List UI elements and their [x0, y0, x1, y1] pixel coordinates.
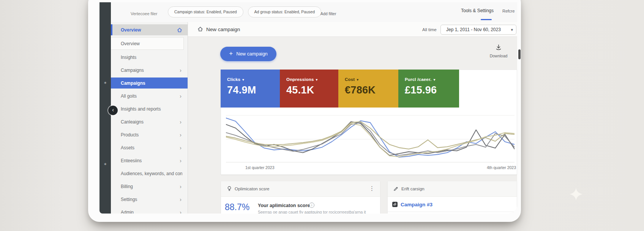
divider	[388, 212, 517, 212]
filter-chips: Campaign status: Enabled, PausedAd group…	[168, 6, 321, 17]
x-axis-label-end: 4th quarter 2023	[487, 165, 516, 170]
metric-card-clicks[interactable]: Clicks▾74.9M	[221, 70, 280, 108]
sidebar-item-label: Audiences, keywords, and contor	[121, 171, 182, 176]
sidebar-item-label: Overview	[121, 41, 178, 46]
sidebar-item-label: Overview	[121, 27, 177, 33]
info-icon[interactable]: i	[309, 203, 314, 208]
chevron-right-icon: ›	[180, 93, 182, 99]
sidebar-item-admin[interactable]: Admin›	[111, 207, 188, 214]
top-filter-bar: Vertecoee filer Campaign status: Enabled…	[111, 2, 517, 22]
sidebar-item-label: Admin	[121, 210, 180, 214]
draft-card-header: Erift carsign	[388, 181, 517, 197]
sidebar-item-settings[interactable]: Settings›	[111, 194, 188, 205]
sidebar-item-enteesiins[interactable]: Enteesiins›	[111, 155, 188, 166]
chevron-right-icon: ›	[180, 119, 182, 125]
sidebar-item-label: Insights	[121, 55, 182, 60]
performance-line-chart	[226, 112, 515, 163]
draft-card-title: Erift carsign	[401, 187, 425, 191]
app-window: ∗ ∗ Vertecoee filer Campaign status: Ena…	[88, 0, 521, 222]
metric-label[interactable]: Cost▾	[345, 77, 398, 82]
scrollbar-thumb[interactable]	[518, 49, 521, 59]
new-campaign-button[interactable]: + New campaign	[220, 47, 276, 61]
optimization-score-heading: Your aplimicaton score	[258, 203, 310, 208]
desktop-background: ∗ ∗ Vertecoee filer Campaign status: Ena…	[0, 0, 644, 231]
rail-icon[interactable]: ∗	[99, 81, 111, 85]
page-header: New campaign All time Jep 1, 2011 - Nov …	[188, 22, 517, 37]
add-filter-button[interactable]: Add filter	[320, 11, 336, 16]
sidebar-item-assets[interactable]: Assets›	[111, 142, 188, 153]
page-title: New campaign	[206, 27, 240, 32]
sidebar-item-canleaigns[interactable]: Canleaigns›	[111, 116, 188, 127]
metric-label[interactable]: Onpressions▾	[286, 77, 338, 82]
chevron-down-icon: ▾	[242, 78, 244, 82]
sidebar-item-label: Settings	[121, 197, 180, 202]
chevron-down-icon: ▾	[316, 78, 318, 82]
sidebar-item-label: Billing	[121, 184, 180, 189]
tools-settings-menu[interactable]: Tools & Settings	[461, 8, 494, 13]
chart-line-series-blue	[226, 118, 515, 157]
plus-icon: +	[229, 50, 233, 57]
sidebar-item-insights[interactable]: Insights	[111, 52, 188, 63]
sidebar-item-overview[interactable]: Overview	[111, 37, 184, 50]
metric-card-cost[interactable]: Cost▾€786K	[338, 70, 398, 108]
metric-value: £15.96	[405, 84, 459, 96]
metric-card-purcl-caeer[interactable]: Purcl /caeer.▾£15.96	[398, 70, 459, 108]
sidebar-item-campaigns[interactable]: Campaigns	[111, 78, 188, 89]
rail-icon[interactable]: ∗	[99, 162, 111, 166]
home-icon	[197, 26, 203, 32]
sidebar-item-products[interactable]: Products›	[111, 129, 188, 140]
optimization-score-card: Oplimicaton scsre ⋮ 88.7% Your aplimicat…	[221, 181, 380, 214]
chevron-down-icon: ▾	[511, 27, 513, 32]
metric-card-onpressions[interactable]: Onpressions▾45.1K	[280, 70, 338, 108]
more-options-icon[interactable]: ⋮	[369, 185, 375, 192]
sidebar-collapse-button[interactable]: ‹	[108, 106, 118, 115]
chevron-right-icon: ›	[180, 196, 182, 203]
metric-value: 74.9M	[227, 84, 280, 96]
chevron-right-icon: ›	[180, 132, 182, 138]
sidebar-navigation: OverviewOverviewInsightsCampaigns›Campai…	[111, 22, 188, 214]
sidebar-item-all-goits[interactable]: All goits›	[111, 90, 188, 101]
x-axis-label-start: 1st quarter 2023	[245, 165, 274, 170]
optimization-card-title: Oplimicaton scsre	[235, 187, 269, 191]
metric-cards-row: Clicks▾74.9MOnpressions▾45.1KCost▾€786KP…	[221, 70, 459, 108]
sidebar-item-label: Canleaigns	[121, 119, 180, 125]
download-button[interactable]: Download	[483, 44, 514, 58]
date-range-value: Jep 1, 2011 - Nov 60, 2023	[446, 27, 511, 32]
campaign-link[interactable]: Campaign #3	[401, 202, 432, 207]
sidebar-item-campaigns[interactable]: Campaigns›	[111, 65, 188, 76]
metric-value: €786K	[345, 84, 398, 96]
chevron-right-icon: ›	[180, 158, 182, 164]
sidebar-item-label: Products	[121, 132, 180, 138]
chevron-down-icon: ▾	[433, 78, 435, 82]
download-label: Download	[483, 54, 514, 58]
sidebar-item-overview[interactable]: Overview	[111, 24, 188, 35]
date-range-picker[interactable]: Jep 1, 2011 - Nov 60, 2023 ▾	[440, 25, 516, 35]
metric-value: 45.1K	[286, 84, 338, 96]
filter-chip[interactable]: Campaign status: Enabled, Paused	[168, 6, 243, 17]
sidebar-item-billing[interactable]: Billing›	[111, 181, 188, 192]
sparkle-icon	[569, 187, 583, 201]
optimization-card-header: Oplimicaton scsre ⋮	[221, 181, 380, 197]
chevron-right-icon: ›	[180, 67, 182, 73]
all-time-label: All time	[422, 27, 437, 32]
sidebar-item-audiences-keywords-and-contor[interactable]: Audiences, keywords, and contor	[111, 168, 188, 179]
chevron-right-icon: ›	[180, 184, 182, 190]
app-content: ∗ ∗ Vertecoee filer Campaign status: Ena…	[99, 2, 517, 214]
draft-campaign-card: Erift carsign Campaign #3 Cornecl on May…	[387, 181, 517, 214]
campaign-icon	[392, 202, 398, 207]
refine-menu[interactable]: Refcre	[502, 9, 515, 13]
sidebar-item-insights-and-reports[interactable]: Insights and reports	[111, 103, 188, 114]
pencil-icon	[393, 186, 398, 191]
chevron-down-icon: ▾	[357, 78, 358, 82]
new-campaign-button-label: New campaign	[236, 51, 268, 57]
optimization-score-value: 88.7%	[225, 202, 249, 212]
filter-bar-label: Vertecoee filer	[131, 11, 157, 16]
chart-line-series-dark-gray	[226, 122, 515, 155]
lightbulb-icon	[227, 186, 232, 191]
tools-settings-active-underline	[481, 19, 492, 20]
metric-label[interactable]: Clicks▾	[227, 77, 280, 82]
filter-chip[interactable]: Ad group status: Enabled, Paused	[248, 6, 321, 17]
metric-label[interactable]: Purcl /caeer.▾	[405, 77, 459, 82]
sidebar-item-label: Campaigns	[121, 68, 180, 73]
sidebar-item-label: Campaigns	[121, 81, 182, 86]
